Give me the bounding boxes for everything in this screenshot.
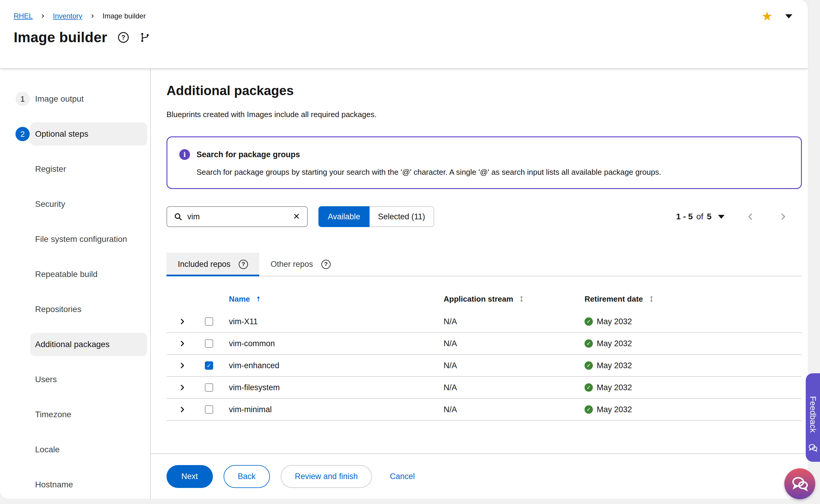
feedback-bubbles-icon (808, 443, 818, 453)
chevron-down-icon[interactable] (785, 14, 792, 18)
help-question-icon[interactable]: ? (118, 32, 129, 43)
package-name: vim-X11 (220, 317, 444, 326)
included-repos-help-icon[interactable]: ? (239, 260, 248, 269)
available-toggle-button[interactable]: Available (318, 206, 369, 227)
application-stream-value: N/A (444, 317, 585, 326)
code-branch-icon[interactable] (139, 32, 151, 43)
table-row: vim-common N/A ✓ May 2032 (166, 333, 802, 355)
chevron-right-icon (40, 14, 45, 18)
row-checkbox[interactable] (205, 383, 213, 392)
wizard-substep-hostname[interactable]: Hostname (0, 467, 150, 502)
favorite-star-icon[interactable]: ★ (761, 10, 773, 23)
chat-bubbles-icon (791, 475, 809, 493)
expand-row-icon[interactable] (166, 406, 198, 413)
review-and-finish-button[interactable]: Review and finish (281, 465, 372, 488)
page-header: RHEL Inventory Image builder Image build… (0, 0, 808, 69)
wizard-substep-locale[interactable]: Locale (0, 432, 150, 467)
alert-description: Search for package groups by starting yo… (196, 168, 789, 177)
pagination-of-label: of (696, 212, 703, 221)
wizard-substep-repeatable-build[interactable]: Repeatable build (0, 257, 150, 292)
step-number-badge: 1 (15, 92, 30, 106)
previous-page-icon[interactable] (744, 210, 757, 223)
retirement-date-value: May 2032 (597, 383, 632, 392)
next-button[interactable]: Next (166, 465, 213, 488)
package-name: vim-enhanced (220, 361, 444, 370)
tab-other-repos[interactable]: Other repos ? (259, 253, 342, 276)
breadcrumb-current: Image builder (103, 12, 146, 20)
wizard-substep-file-system-configuration[interactable]: File system configuration (0, 222, 150, 257)
row-checkbox[interactable] (205, 317, 213, 326)
wizard-substep-additional-packages[interactable]: Additional packages (0, 327, 150, 362)
application-stream-value: N/A (444, 339, 585, 348)
retirement-date-value: May 2032 (597, 339, 632, 348)
column-header-name[interactable]: Name (220, 294, 444, 304)
row-checkbox[interactable]: ✓ (205, 361, 213, 370)
pagination-range: 1 - 5 (676, 212, 693, 221)
retirement-date-value: May 2032 (597, 361, 632, 370)
package-search-input[interactable]: vim ✕ (166, 206, 308, 227)
page-title: Image builder (14, 29, 107, 45)
info-icon: i (179, 149, 190, 160)
sort-ascending-icon (255, 295, 262, 303)
wizard-substep-timezone[interactable]: Timezone (0, 397, 150, 432)
info-alert: i Search for package groups Search for p… (166, 136, 802, 189)
wizard-substep-repositories[interactable]: Repositories (0, 292, 150, 327)
cancel-button[interactable]: Cancel (382, 465, 422, 488)
step-number-badge-current: 2 (15, 127, 30, 141)
retirement-date-value: May 2032 (597, 405, 632, 414)
supported-check-icon: ✓ (585, 339, 593, 348)
supported-check-icon: ✓ (585, 383, 593, 392)
feedback-tab[interactable]: Feedback (806, 373, 820, 462)
chat-button[interactable] (784, 468, 815, 499)
row-checkbox[interactable] (205, 405, 213, 414)
breadcrumb-inventory[interactable]: Inventory (53, 12, 82, 20)
expand-row-icon[interactable] (166, 340, 198, 347)
wizard-footer: Next Back Review and finish Cancel (151, 453, 808, 499)
breadcrumb-rhel[interactable]: RHEL (14, 12, 33, 20)
application-stream-value: N/A (444, 383, 585, 392)
expand-row-icon[interactable] (166, 318, 198, 325)
other-repos-help-icon[interactable]: ? (321, 260, 330, 269)
wizard-substep-users[interactable]: Users (0, 362, 150, 397)
expand-row-icon[interactable] (166, 384, 198, 391)
table-row: vim-X11 N/A ✓ May 2032 (166, 311, 802, 333)
search-value: vim (187, 212, 293, 221)
packages-table: Name Application stream Re (166, 287, 802, 421)
back-button[interactable]: Back (223, 465, 270, 488)
console-card: RHEL Inventory Image builder Image build… (0, 0, 808, 499)
sort-both-icon (648, 295, 655, 303)
step-description: Blueprints created with Images include a… (166, 110, 802, 119)
supported-check-icon: ✓ (585, 317, 593, 326)
wizard-step-image-output[interactable]: 1 Image output (0, 81, 150, 116)
search-icon (174, 212, 182, 221)
application-stream-value: N/A (444, 361, 585, 370)
column-header-retirement-date[interactable]: Retirement date (585, 294, 802, 304)
selected-toggle-button[interactable]: Selected (11) (369, 206, 434, 227)
expand-row-icon[interactable] (166, 362, 198, 369)
table-header-row: Name Application stream Re (166, 287, 802, 311)
wizard-substep-security[interactable]: Security (0, 187, 150, 222)
package-name: vim-common (220, 339, 444, 348)
pagination: 1 - 5 of 5 (676, 210, 802, 223)
package-name: vim-filesystem (220, 383, 444, 392)
step-heading: Additional packages (166, 83, 802, 98)
row-checkbox[interactable] (205, 339, 213, 348)
table-row: ✓ vim-enhanced N/A ✓ May 2032 (166, 355, 802, 377)
feedback-label: Feedback (808, 396, 818, 433)
repo-tabs: Included repos ? Other repos ? (166, 253, 802, 276)
wizard-step-optional-steps[interactable]: 2 Optional steps (0, 116, 150, 152)
sort-both-icon (518, 295, 525, 303)
wizard-substep-register[interactable]: Register (0, 152, 150, 187)
clear-search-icon[interactable]: ✕ (293, 212, 300, 221)
pagination-menu-caret-icon[interactable] (718, 215, 725, 219)
next-page-icon[interactable] (776, 210, 790, 223)
tab-included-repos[interactable]: Included repos ? (166, 253, 259, 276)
chevron-right-icon (90, 14, 95, 18)
alert-title: Search for package groups (196, 150, 300, 159)
column-header-application-stream[interactable]: Application stream (444, 294, 585, 304)
table-row: vim-filesystem N/A ✓ May 2032 (166, 377, 802, 399)
application-stream-value: N/A (444, 405, 585, 414)
table-row: vim-minimal N/A ✓ May 2032 (166, 399, 802, 421)
package-name: vim-minimal (220, 405, 444, 414)
supported-check-icon: ✓ (585, 361, 593, 370)
